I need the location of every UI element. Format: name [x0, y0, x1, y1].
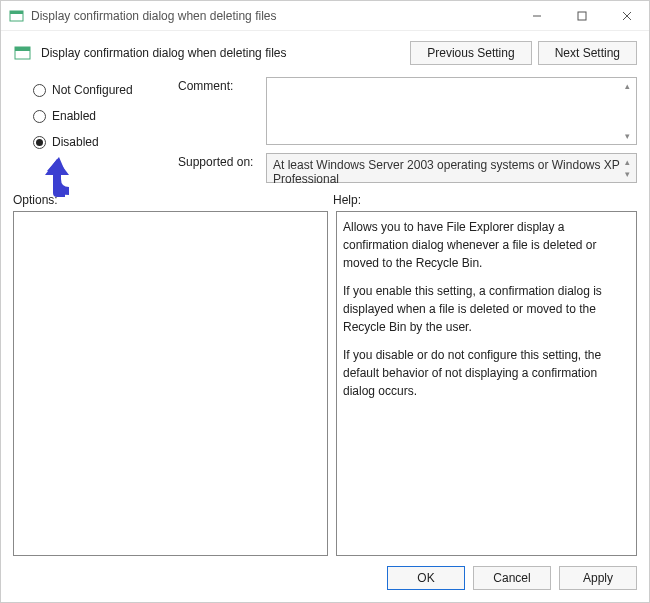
radio-label: Not Configured — [52, 83, 133, 97]
policy-icon — [9, 8, 25, 24]
radio-disabled[interactable]: Disabled — [33, 135, 178, 149]
svg-rect-3 — [578, 12, 586, 20]
ok-button[interactable]: OK — [387, 566, 465, 590]
supported-label: Supported on: — [178, 153, 266, 183]
help-text-p2: If you enable this setting, a confirmati… — [343, 282, 630, 336]
next-setting-button[interactable]: Next Setting — [538, 41, 637, 65]
policy-title: Display confirmation dialog when deletin… — [41, 46, 404, 60]
radio-icon — [33, 136, 46, 149]
radio-icon — [33, 84, 46, 97]
comment-label: Comment: — [178, 77, 266, 145]
radio-label: Disabled — [52, 135, 99, 149]
dialog-buttons: OK Cancel Apply — [1, 556, 649, 602]
supported-on-field: At least Windows Server 2003 operating s… — [266, 153, 637, 183]
close-button[interactable] — [604, 1, 649, 30]
maximize-button[interactable] — [559, 1, 604, 30]
help-label: Help: — [333, 193, 361, 207]
svg-rect-7 — [15, 47, 30, 51]
radio-enabled[interactable]: Enabled — [33, 109, 178, 123]
state-radio-group: Not Configured Enabled Disabled — [13, 77, 178, 183]
header: Display confirmation dialog when deletin… — [1, 31, 649, 69]
cancel-button[interactable]: Cancel — [473, 566, 551, 590]
scroll-down-icon[interactable]: ▾ — [620, 130, 634, 142]
comment-input[interactable]: ▴ ▾ — [266, 77, 637, 145]
options-panel — [13, 211, 328, 556]
help-text-p1: Allows you to have File Explorer display… — [343, 218, 630, 272]
help-text-p3: If you disable or do not configure this … — [343, 346, 630, 400]
scroll-up-icon[interactable]: ▴ — [620, 156, 634, 168]
supported-on-value: At least Windows Server 2003 operating s… — [273, 158, 620, 186]
window-title: Display confirmation dialog when deletin… — [31, 9, 514, 23]
apply-button[interactable]: Apply — [559, 566, 637, 590]
scroll-down-icon[interactable]: ▾ — [620, 168, 634, 180]
radio-not-configured[interactable]: Not Configured — [33, 83, 178, 97]
radio-label: Enabled — [52, 109, 96, 123]
panels: Allows you to have File Explorer display… — [13, 211, 637, 556]
config-section: Not Configured Enabled Disabled Comment:… — [1, 69, 649, 183]
policy-icon — [13, 43, 33, 63]
help-panel: Allows you to have File Explorer display… — [336, 211, 637, 556]
previous-setting-button[interactable]: Previous Setting — [410, 41, 531, 65]
options-label: Options: — [13, 193, 333, 207]
radio-icon — [33, 110, 46, 123]
minimize-button[interactable] — [514, 1, 559, 30]
section-labels: Options: Help: — [13, 193, 637, 207]
scroll-up-icon[interactable]: ▴ — [620, 80, 634, 92]
svg-rect-1 — [10, 11, 23, 14]
titlebar: Display confirmation dialog when deletin… — [1, 1, 649, 31]
